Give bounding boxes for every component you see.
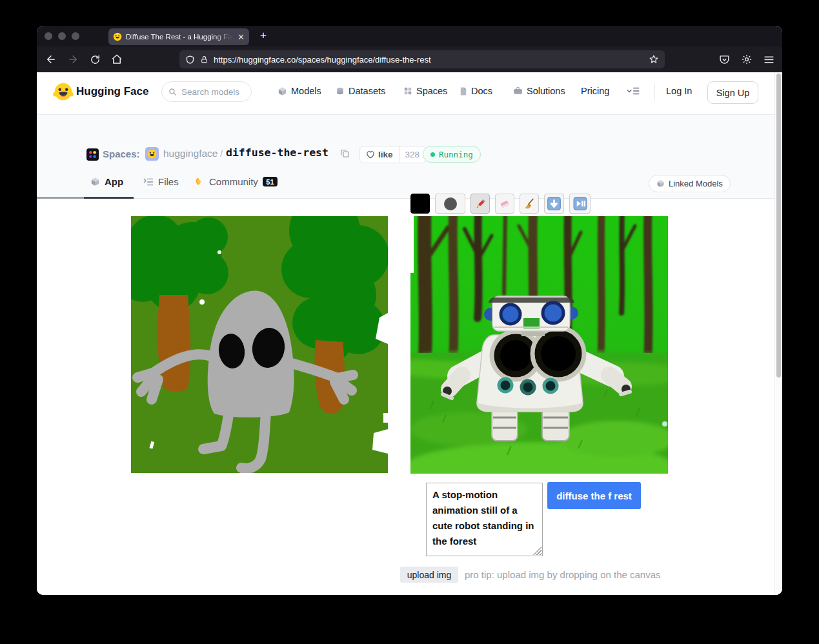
like-count[interactable]: 328 (399, 150, 426, 159)
nav-docs[interactable]: Docs (460, 86, 492, 96)
page-content: Hugging Face Models Datasets Spaces Docs… (37, 72, 782, 595)
download-arrow-icon (547, 197, 561, 210)
browser-window: Diffuse The Rest - a Hugging Fa ✕ + http… (37, 26, 782, 595)
nav-datasets[interactable]: Datasets (336, 86, 385, 96)
grid-icon (403, 86, 412, 96)
briefcase-icon (513, 86, 523, 96)
new-tab-button[interactable]: + (255, 28, 272, 43)
diffuse-button[interactable]: diffuse the f rest (547, 482, 641, 509)
bookmark-star-icon[interactable] (649, 54, 659, 65)
browser-navbar: https://huggingface.co/spaces/huggingfac… (37, 46, 782, 72)
copy-icon[interactable] (340, 148, 350, 158)
download-button[interactable] (544, 194, 564, 214)
eraser-icon (498, 197, 511, 210)
brush-size-circle-icon (443, 196, 458, 212)
cube-icon (656, 179, 665, 188)
status-text: Running (439, 150, 473, 159)
pencil-icon (474, 197, 487, 210)
scrollbar-thumb[interactable] (776, 74, 781, 377)
menu-hamburger-icon[interactable] (761, 52, 776, 67)
url-bar[interactable]: https://huggingface.co/spaces/huggingfac… (179, 50, 665, 68)
tab-files[interactable]: Files (143, 176, 179, 187)
cube-icon (278, 86, 287, 96)
pro-tip-text: pro tip: upload img by dropping on the c… (465, 567, 661, 583)
more-menu-icon[interactable] (626, 86, 640, 96)
browser-titlebar: Diffuse The Rest - a Hugging Fa ✕ + (37, 26, 782, 46)
window-close-button[interactable] (45, 32, 52, 40)
breadcrumb-separator: / (220, 148, 223, 159)
hugging-face-logo-icon[interactable] (52, 81, 74, 103)
back-icon[interactable] (43, 52, 59, 67)
status-dot-icon (430, 152, 435, 157)
page-scrollbar[interactable] (774, 72, 782, 595)
active-tab-underline (84, 197, 134, 199)
tab-favicon-hugging-face-icon (113, 32, 122, 41)
settings-gear-icon[interactable] (739, 52, 754, 67)
linked-models-button[interactable]: Linked Models (649, 175, 731, 192)
tab-community[interactable]: Community 51 (194, 176, 278, 187)
brush-size-button[interactable] (435, 194, 465, 214)
document-icon (460, 86, 467, 96)
search-input[interactable] (181, 87, 246, 97)
login-link[interactable]: Log In (666, 86, 692, 96)
search-icon (168, 88, 177, 96)
owner-avatar[interactable] (145, 147, 159, 161)
tab-close-icon[interactable]: ✕ (238, 33, 245, 41)
shield-icon[interactable] (185, 55, 195, 65)
file-tree-icon (143, 177, 154, 186)
color-swatch-button[interactable] (410, 194, 430, 214)
prompt-textarea[interactable]: A stop-motion animation still of a cute … (426, 483, 543, 556)
home-icon[interactable] (109, 52, 125, 67)
search-box[interactable] (161, 81, 252, 102)
brand-title[interactable]: Hugging Face (76, 85, 148, 98)
signup-button[interactable]: Sign Up (707, 81, 758, 104)
generated-image (410, 216, 668, 474)
space-name[interactable]: diffuse-the-rest (226, 146, 329, 159)
nav-solutions[interactable]: Solutions (513, 86, 565, 96)
owner-link[interactable]: huggingface (163, 148, 217, 159)
pencil-tool-button[interactable] (470, 194, 490, 214)
nav-pricing[interactable]: Pricing (581, 86, 609, 96)
cube-icon (90, 177, 100, 186)
pocket-icon[interactable] (716, 52, 732, 67)
tab-title: Diffuse The Rest - a Hugging Fa (126, 33, 236, 41)
community-count-badge: 51 (263, 177, 278, 186)
window-minimize-button[interactable] (58, 32, 66, 40)
upload-img-button[interactable]: upload img (400, 567, 458, 583)
play-pause-icon (573, 197, 587, 210)
like-button[interactable]: like (360, 146, 399, 163)
broom-icon (523, 197, 536, 210)
tabs-scroll-track (37, 197, 84, 199)
forward-icon[interactable] (65, 52, 81, 67)
url-text[interactable]: https://huggingface.co/spaces/huggingfac… (214, 55, 649, 65)
spaces-section-label[interactable]: Spaces: (103, 148, 140, 159)
drawing-canvas[interactable] (131, 216, 388, 473)
like-widget[interactable]: like 328 (359, 146, 426, 163)
clear-broom-button[interactable] (520, 194, 539, 214)
tab-app[interactable]: App (90, 176, 123, 187)
status-badge[interactable]: Running (423, 146, 481, 163)
nav-spaces[interactable]: Spaces (403, 86, 447, 96)
database-icon (336, 86, 345, 96)
browser-tab[interactable]: Diffuse The Rest - a Hugging Fa ✕ (108, 28, 249, 45)
nav-divider (654, 84, 655, 101)
heart-icon (366, 150, 375, 159)
window-zoom-button[interactable] (72, 32, 79, 40)
eraser-tool-button[interactable] (495, 194, 514, 214)
play-pause-button[interactable] (569, 194, 591, 214)
nav-models[interactable]: Models (278, 86, 321, 96)
spaces-grid-icon[interactable] (86, 148, 99, 161)
lock-icon[interactable] (200, 55, 208, 65)
community-hands-icon (194, 176, 205, 187)
reload-icon[interactable] (87, 52, 103, 67)
